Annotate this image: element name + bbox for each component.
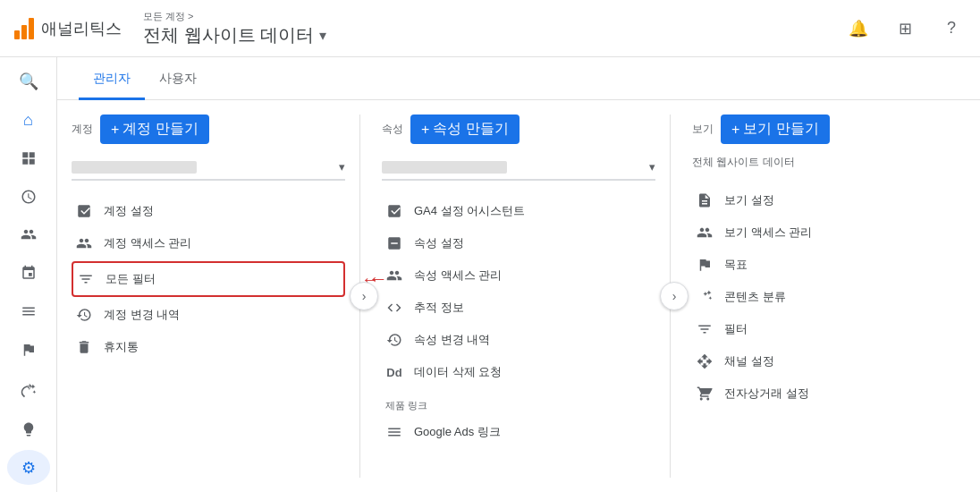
data-delete-item[interactable]: Dd 데이터 삭제 요청 (382, 356, 655, 388)
sidebar: 🔍 ⌂ ⚙ (0, 57, 57, 492)
goals-label: 목표 (724, 257, 748, 273)
account-settings-icon (75, 202, 93, 220)
property-column: 속성 + 속성 만들기 ▾ GA4 설정 어시스턴트 (368, 115, 671, 478)
header-icons: 🔔 ⊞ ? (844, 14, 966, 43)
account-settings-item[interactable]: 계정 설정 (72, 195, 345, 227)
sidebar-item-dashboard[interactable] (7, 140, 50, 175)
property-settings-icon (385, 234, 403, 252)
create-view-button[interactable]: + 보기 만들기 (721, 115, 830, 144)
tracking-info-item[interactable]: 추적 정보 (382, 292, 655, 324)
sidebar-item-home[interactable]: ⌂ (7, 103, 50, 138)
account-column: 계정 + 계정 만들기 ▾ 계정 설정 (57, 115, 360, 478)
property-dropdown-arrow: ▾ (649, 160, 655, 174)
all-filters-item[interactable]: 모든 필터 ← (72, 261, 345, 297)
google-ads-link-label: Google Ads 링크 (414, 424, 501, 440)
goals-icon (696, 256, 714, 274)
apps-grid-button[interactable]: ⊞ (891, 14, 919, 43)
data-delete-icon: Dd (385, 363, 403, 381)
channel-settings-icon (696, 352, 714, 370)
account-access-label: 계정 액세스 관리 (104, 235, 191, 251)
view-column-label: 보기 (692, 122, 714, 137)
logo-text: 애널리틱스 (41, 18, 122, 39)
view-filter-icon (696, 320, 714, 338)
account-history-item[interactable]: 계정 변경 내역 (72, 299, 345, 331)
account-column-label: 계정 (72, 122, 93, 137)
header: 애널리틱스 모든 계정 > 전체 웹사이트 데이터 ▾ 🔔 ⊞ ? (0, 0, 980, 57)
property-access-item[interactable]: 속성 액세스 관리 (382, 259, 655, 292)
property-history-item[interactable]: 속성 변경 내역 (382, 324, 655, 356)
channel-settings-item[interactable]: 채널 설정 (692, 345, 966, 377)
property-access-icon (385, 267, 403, 284)
ga4-setup-label: GA4 설정 어시스턴트 (414, 203, 525, 219)
property-selector-text (382, 161, 507, 174)
view-access-item[interactable]: 보기 액세스 관리 (692, 216, 966, 249)
tab-users[interactable]: 사용자 (145, 60, 211, 100)
filter-icon (77, 270, 95, 288)
view-name-label: 전체 웹사이트 데이터 (692, 155, 966, 170)
tab-admin[interactable]: 관리자 (79, 60, 145, 100)
view-access-icon (696, 224, 714, 242)
account-selector-text (72, 161, 197, 174)
sidebar-item-conversions[interactable] (7, 332, 50, 367)
account-dropdown-arrow: ▾ (339, 160, 345, 174)
sidebar-item-admin[interactable]: ⚙ (7, 450, 50, 485)
nav-arrow-account-property[interactable]: › (350, 282, 378, 310)
ga4-setup-icon (385, 202, 403, 220)
view-column-header: 보기 + 보기 만들기 (692, 115, 966, 144)
view-settings-item[interactable]: 보기 설정 (692, 184, 966, 216)
content-classification-item[interactable]: 콘텐츠 분류 (692, 281, 966, 313)
main-wrapper: 🔍 ⌂ ⚙ 관리자 사용자 (0, 57, 980, 492)
data-delete-label: 데이터 삭제 요청 (414, 364, 502, 380)
plus-icon: + (111, 122, 119, 138)
plus-icon-property: + (421, 122, 429, 138)
view-settings-icon (696, 191, 714, 209)
page-title: 전체 웹사이트 데이터 (143, 23, 314, 47)
property-history-icon (385, 331, 403, 349)
property-settings-item[interactable]: 속성 설정 (382, 227, 655, 259)
account-access-item[interactable]: 계정 액세스 관리 (72, 227, 345, 259)
content-classification-label: 콘텐츠 분류 (724, 289, 786, 305)
product-link-section-label: 제품 링크 (385, 399, 655, 412)
property-column-label: 속성 (382, 122, 403, 137)
logo-icon (14, 18, 34, 39)
sidebar-item-search[interactable]: 🔍 (7, 64, 50, 99)
view-settings-label: 보기 설정 (724, 192, 774, 208)
nav-arrow-property-view[interactable]: › (660, 282, 689, 310)
sidebar-item-behavior[interactable] (7, 293, 50, 328)
channel-settings-label: 채널 설정 (724, 353, 774, 369)
tracking-info-label: 추적 정보 (414, 300, 464, 316)
create-account-button[interactable]: + 계정 만들기 (100, 115, 209, 144)
trash-icon (75, 338, 93, 356)
view-filter-item[interactable]: 필터 (692, 313, 966, 345)
ga4-setup-item[interactable]: GA4 설정 어시스턴트 (382, 195, 655, 227)
tracking-info-icon (385, 299, 403, 317)
create-view-label: 보기 만들기 (743, 120, 818, 139)
sidebar-item-audience[interactable] (7, 217, 50, 252)
sidebar-item-attribution[interactable] (7, 374, 50, 409)
sidebar-item-realtime[interactable] (7, 179, 50, 214)
goals-item[interactable]: 목표 (692, 249, 966, 281)
logo-area: 애널리틱스 (14, 18, 122, 39)
create-property-button[interactable]: + 속성 만들기 (410, 115, 520, 144)
title-dropdown-arrow[interactable]: ▾ (319, 27, 326, 44)
google-ads-link-item[interactable]: Google Ads 링크 (382, 416, 655, 448)
create-property-label: 속성 만들기 (433, 120, 508, 139)
property-column-header: 속성 + 속성 만들기 (382, 115, 655, 144)
plus-icon-view: + (731, 122, 739, 138)
ecommerce-settings-icon (696, 385, 714, 403)
header-main-title[interactable]: 전체 웹사이트 데이터 ▾ (143, 23, 844, 47)
trash-item[interactable]: 휴지통 (72, 331, 345, 363)
account-settings-label: 계정 설정 (104, 203, 154, 219)
sidebar-item-acquisition[interactable] (7, 256, 50, 291)
content-area: 관리자 사용자 계정 + 계정 만들기 ▾ (57, 57, 980, 492)
header-title-area: 모든 계정 > 전체 웹사이트 데이터 ▾ (143, 10, 844, 47)
property-dropdown[interactable]: ▾ (382, 155, 655, 181)
help-button[interactable]: ? (937, 14, 966, 43)
account-dropdown[interactable]: ▾ (72, 155, 345, 181)
ecommerce-settings-item[interactable]: 전자상거래 설정 (692, 377, 966, 410)
notification-bell-button[interactable]: 🔔 (844, 14, 873, 43)
view-filter-label: 필터 (724, 321, 748, 337)
sidebar-item-explore[interactable] (7, 412, 50, 447)
property-access-label: 속성 액세스 관리 (414, 267, 502, 284)
account-history-label: 계정 변경 내역 (104, 307, 180, 323)
